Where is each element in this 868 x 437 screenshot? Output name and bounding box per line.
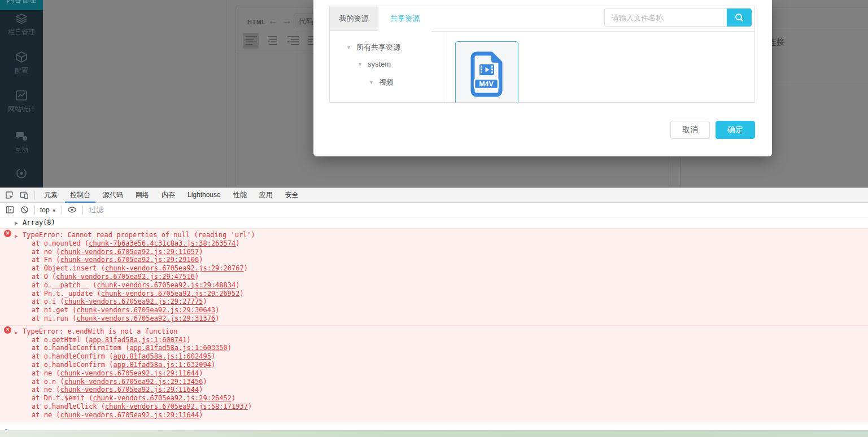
- tree-expand-icon[interactable]: ▼: [369, 80, 374, 85]
- devtools-tab-源代码[interactable]: 源代码: [97, 188, 129, 203]
- sidebar-item[interactable]: 网站统计: [0, 89, 43, 123]
- tree-node-label: system: [368, 60, 391, 68]
- stack-frame: at o.handleConfirmItem (app.81fad58a.js:…: [0, 344, 868, 352]
- sidebar-item-active[interactable]: 内容管理: [0, 0, 43, 10]
- source-location-link[interactable]: chunk-vendors.6705ea92.js:29:11644: [60, 386, 199, 394]
- tree-node[interactable]: ▼system: [357, 60, 391, 68]
- expand-arrow-icon[interactable]: ▶: [15, 219, 18, 228]
- toolbar-separator: [34, 206, 35, 215]
- error-message: ▶TypeError: Cannot read properties of nu…: [0, 231, 868, 239]
- chart-icon: [15, 89, 28, 102]
- tree-node[interactable]: ▼视频: [369, 77, 394, 88]
- devtools-tab-内存[interactable]: 内存: [155, 188, 181, 203]
- stack-frame: at o.__patch__ (chunk-vendors.6705ea92.j…: [0, 281, 868, 290]
- align-right-icon[interactable]: [285, 33, 300, 49]
- tree-node-label: 所有共享资源: [356, 42, 400, 53]
- source-location-link[interactable]: chunk-vendors.6705ea92.js:29:13456: [64, 378, 203, 386]
- console-sidebar-icon[interactable]: [2, 203, 17, 217]
- clear-console-icon[interactable]: [17, 203, 32, 217]
- stack-frame: at ne (chunk-vendors.6705ea92.js:29:1165…: [0, 248, 868, 256]
- source-location-link[interactable]: chunk-vendors.6705ea92.js:29:26952: [101, 290, 240, 298]
- devtools-tab-控制台[interactable]: 控制台: [64, 188, 97, 203]
- tree-expand-icon[interactable]: ▼: [346, 45, 351, 50]
- toolbar-separator: [62, 206, 62, 215]
- devtools-tab-性能[interactable]: 性能: [227, 188, 253, 203]
- search-button[interactable]: [727, 8, 752, 27]
- html-mode-button[interactable]: HTML: [247, 19, 266, 25]
- undo-icon[interactable]: ←: [268, 15, 278, 27]
- stack-frame: at ne (chunk-vendors.6705ea92.js:29:1164…: [0, 369, 868, 378]
- devtools-tab-元素[interactable]: 元素: [38, 188, 64, 203]
- sidebar-item[interactable]: 互动: [0, 130, 43, 164]
- log-preview: Array(8): [23, 218, 55, 226]
- tree-expand-icon[interactable]: ▼: [357, 62, 363, 67]
- source-location-link[interactable]: chunk-vendors.6705ea92.js:29:11644: [60, 411, 199, 419]
- device-toolbar-icon[interactable]: [17, 189, 32, 202]
- page-bottom-strip: [0, 430, 868, 437]
- expand-arrow-icon[interactable]: ▶: [15, 329, 18, 337]
- source-location-link[interactable]: chunk-vendors.6705ea92.js:29:29106: [60, 256, 199, 264]
- sidebar-item-label: 网站统计: [8, 104, 35, 114]
- resource-tab-shared[interactable]: 共享资源: [378, 6, 431, 31]
- devtools-tab-安全[interactable]: 安全: [279, 188, 305, 203]
- tree-node[interactable]: ▼所有共享资源: [346, 42, 400, 53]
- devtools-tab-lighthouse[interactable]: Lighthouse: [181, 188, 227, 203]
- resource-tab-mine[interactable]: 我的资源: [330, 6, 378, 31]
- source-location-link[interactable]: chunk-vendors.6705ea92.js:29:31376: [76, 314, 215, 322]
- devtools-tab-bar: 元素控制台源代码网络内存Lighthouse性能应用安全: [0, 188, 868, 203]
- console-error-block: 3▶TypeError: e.endWith is not a function…: [0, 325, 868, 422]
- stack-frame: at o.handleConfirm (app.81fad58a.js:1:60…: [0, 352, 868, 361]
- toolbar-separator: [82, 206, 83, 215]
- source-location-link[interactable]: app.81fad58a.js:1:600741: [89, 336, 186, 344]
- expand-arrow-icon[interactable]: ▶: [15, 232, 18, 241]
- source-location-link[interactable]: chunk-vendors.6705ea92.js:29:11644: [60, 369, 199, 377]
- stack-frame: at ne (chunk-vendors.6705ea92.js:29:1164…: [0, 411, 868, 419]
- confirm-button[interactable]: 确定: [716, 121, 755, 139]
- source-location-link[interactable]: app.81fad58a.js:1:603350: [129, 344, 227, 352]
- source-location-link[interactable]: app.81fad58a.js:1:602495: [114, 352, 211, 360]
- stack-frame: at o.handleClick (chunk-vendors.6705ea92…: [0, 403, 868, 411]
- file-search-input[interactable]: [604, 8, 727, 27]
- sidebar-item-label: 内容管理: [0, 0, 43, 5]
- toolbar-separator: [34, 191, 35, 200]
- console-output: ▶ Array(8) ✕▶TypeError: Cannot read prop…: [0, 217, 868, 435]
- sidebar-item-label: 栏目管理: [8, 28, 35, 37]
- devtools-tab-网络[interactable]: 网络: [129, 188, 155, 203]
- redo-icon[interactable]: →: [282, 15, 292, 27]
- align-center-icon[interactable]: [264, 33, 280, 49]
- source-location-link[interactable]: chunk-vendors.6705ea92.js:29:48834: [97, 281, 236, 289]
- sidebar-item-label: 配置: [15, 66, 28, 76]
- sidebar-item-label: 互动: [15, 145, 28, 155]
- source-location-link[interactable]: chunk-vendors.6705ea92.js:29:47516: [56, 273, 195, 281]
- sidebar-item[interactable]: [0, 167, 43, 187]
- console-filter-input[interactable]: [89, 206, 213, 214]
- context-selector[interactable]: top▼: [38, 206, 59, 214]
- sync-icon: [15, 167, 28, 180]
- source-location-link[interactable]: chunk-vendors.6705ea92.js:29:26452: [93, 394, 232, 402]
- live-expression-eye-icon[interactable]: [65, 203, 80, 217]
- stack-frame: at o.handleConfirm (app.81fad58a.js:1:63…: [0, 361, 868, 369]
- align-left-icon[interactable]: [243, 33, 259, 49]
- error-message: ▶TypeError: e.endWith is not a function: [0, 327, 868, 336]
- source-location-link[interactable]: app.81fad58a.js:1:632094: [114, 361, 211, 369]
- source-location-link[interactable]: chunk-vendors.6705ea92.js:29:27775: [64, 298, 203, 305]
- app-root: HTML ← → 代码语 连接 内容管理栏目管理配置网站统计互动 我的资源共享资…: [0, 0, 868, 437]
- source-location-link[interactable]: chunk-7b6a3e56.4c31c8a3.js:38:263574: [89, 239, 235, 247]
- stack-frame: at Object.insert (chunk-vendors.6705ea92…: [0, 264, 868, 273]
- devtools-tabs: 元素控制台源代码网络内存Lighthouse性能应用安全: [38, 188, 305, 203]
- source-location-link[interactable]: chunk-vendors.6705ea92.js:29:30643: [76, 306, 215, 314]
- video-file-icon: M4V: [469, 51, 505, 97]
- inspect-element-icon[interactable]: [2, 189, 17, 202]
- source-location-link[interactable]: chunk-vendors.6705ea92.js:58:171937: [105, 403, 248, 410]
- file-type-label: M4V: [479, 80, 494, 88]
- devtools-tab-应用[interactable]: 应用: [253, 188, 279, 203]
- sidebar-item[interactable]: 栏目管理: [0, 12, 43, 46]
- stack-frame: at o.i (chunk-vendors.6705ea92.js:29:277…: [0, 298, 868, 306]
- source-location-link[interactable]: chunk-vendors.6705ea92.js:29:20767: [105, 264, 244, 272]
- sidebar-item[interactable]: 配置: [0, 51, 43, 85]
- stack-frame: at Fn (chunk-vendors.6705ea92.js:29:2910…: [0, 256, 868, 264]
- tree-node-label: 视频: [379, 77, 394, 88]
- cancel-button[interactable]: 取消: [670, 121, 710, 139]
- file-card-selected[interactable]: M4V: [455, 41, 518, 103]
- source-location-link[interactable]: chunk-vendors.6705ea92.js:29:11657: [60, 248, 199, 256]
